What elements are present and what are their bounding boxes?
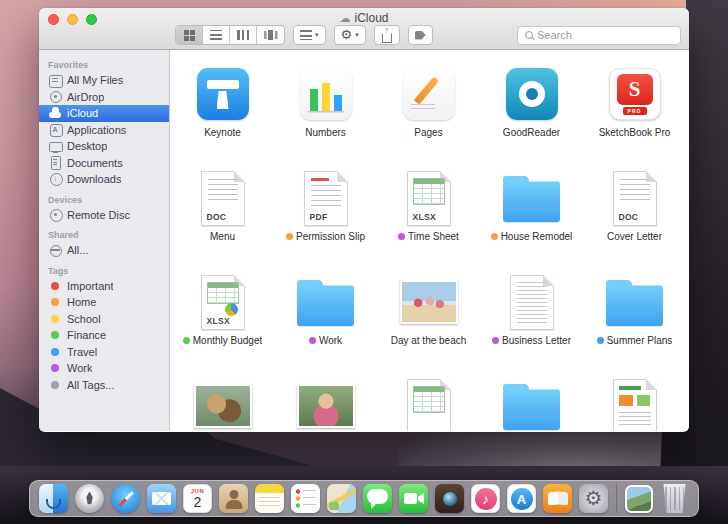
dock-safari-icon[interactable] bbox=[111, 484, 140, 513]
dock-finder-icon[interactable] bbox=[39, 484, 68, 513]
share-button[interactable] bbox=[374, 25, 400, 45]
sidebar-item-desktop[interactable]: Desktop bbox=[39, 138, 169, 155]
sidebar-item-travel[interactable]: Travel bbox=[39, 344, 169, 361]
search-field[interactable]: Search bbox=[517, 26, 681, 45]
gear-icon bbox=[341, 28, 353, 42]
content-area: KeynoteNumbersPagesGoodReaderSketchBook … bbox=[170, 50, 689, 431]
page-preview bbox=[517, 282, 547, 323]
file-label: House Remodel bbox=[491, 231, 573, 242]
list-view-button[interactable] bbox=[203, 26, 230, 44]
tag-dot bbox=[492, 337, 499, 344]
tag-icon bbox=[415, 31, 426, 40]
sidebar-item-important[interactable]: Important bbox=[39, 278, 169, 295]
sidebar-item-finance[interactable]: Finance bbox=[39, 327, 169, 344]
file-cover-letter[interactable]: DOCCover Letter bbox=[583, 154, 686, 258]
file-day-at-the-beach[interactable]: Day at the beach bbox=[377, 258, 480, 362]
file-permission-slip[interactable]: PDFPermission Slip bbox=[274, 154, 377, 258]
dock-trash-icon[interactable] bbox=[660, 484, 689, 513]
file-label-text: Menu bbox=[210, 231, 235, 242]
dock-itunes-icon[interactable] bbox=[471, 484, 500, 513]
file-pages[interactable]: Pages bbox=[377, 50, 480, 154]
sidebar-item-label: Documents bbox=[67, 157, 123, 169]
tag-dot bbox=[309, 337, 316, 344]
file-goodreader[interactable]: GoodReader bbox=[480, 50, 583, 154]
sidebar-item-airdrop[interactable]: AirDrop bbox=[39, 89, 169, 106]
file-icon-area: PDF bbox=[274, 162, 377, 226]
file-item-19[interactable] bbox=[583, 362, 686, 431]
file-item-15[interactable] bbox=[171, 362, 274, 431]
dock-app-store-icon[interactable] bbox=[507, 484, 536, 513]
file-sketchbook-pro[interactable]: SketchBook Pro bbox=[583, 50, 686, 154]
dock-reminders-icon[interactable] bbox=[291, 484, 320, 513]
file-label: Pages bbox=[414, 127, 442, 138]
tag-dot-icon bbox=[48, 345, 62, 358]
search-icon bbox=[525, 31, 533, 39]
dock-contacts-icon[interactable] bbox=[219, 484, 248, 513]
tags-button[interactable] bbox=[408, 25, 433, 45]
search-placeholder: Search bbox=[537, 29, 572, 41]
dock-system-preferences-icon[interactable] bbox=[579, 484, 608, 513]
dock-facetime-icon[interactable] bbox=[399, 484, 428, 513]
dock-messages-icon[interactable] bbox=[363, 484, 392, 513]
file-time-sheet[interactable]: XLSXTime Sheet bbox=[377, 154, 480, 258]
file-monthly-budget[interactable]: XLSXMonthly Budget bbox=[171, 258, 274, 362]
sidebar-section-title: Shared bbox=[39, 223, 169, 242]
file-house-remodel[interactable]: House Remodel bbox=[480, 154, 583, 258]
dock-maps-icon[interactable] bbox=[327, 484, 356, 513]
sidebar-item-documents[interactable]: Documents bbox=[39, 155, 169, 172]
action-button[interactable] bbox=[334, 25, 366, 45]
dock-launchpad-icon[interactable] bbox=[75, 484, 104, 513]
dock-ibooks-icon[interactable] bbox=[543, 484, 572, 513]
sidebar-item-icloud[interactable]: iCloud bbox=[39, 105, 169, 122]
file-item-18[interactable] bbox=[480, 362, 583, 431]
sidebar-item-all-tags[interactable]: All Tags... bbox=[39, 377, 169, 394]
column-view-button[interactable] bbox=[230, 26, 257, 44]
sidebar-item-label: Travel bbox=[67, 346, 97, 358]
sidebar-item-all-my-files[interactable]: All My Files bbox=[39, 72, 169, 89]
file-icon-area bbox=[583, 266, 686, 330]
finder-window: iCloud bbox=[39, 8, 689, 432]
desktop-icon bbox=[48, 140, 62, 153]
file-business-letter[interactable]: Business Letter bbox=[480, 258, 583, 362]
file-keynote[interactable]: Keynote bbox=[171, 50, 274, 154]
file-label: Business Letter bbox=[492, 335, 571, 346]
sidebar-item-applications[interactable]: Applications bbox=[39, 122, 169, 139]
sidebar-item-downloads[interactable]: Downloads bbox=[39, 171, 169, 188]
coverflow-view-icon bbox=[264, 30, 278, 40]
file-label: Time Sheet bbox=[398, 231, 459, 242]
file-label-text: Cover Letter bbox=[607, 231, 662, 242]
file-extension: PDF bbox=[310, 212, 328, 222]
file-menu[interactable]: DOCMenu bbox=[171, 154, 274, 258]
sidebar-item-all[interactable]: All... bbox=[39, 242, 169, 259]
sidebar-item-home[interactable]: Home bbox=[39, 294, 169, 311]
dock-calendar-icon[interactable]: JUN2 bbox=[183, 484, 212, 513]
file-numbers[interactable]: Numbers bbox=[274, 50, 377, 154]
sidebar-item-remote-disc[interactable]: Remote Disc bbox=[39, 207, 169, 224]
dock-photo-booth-icon[interactable] bbox=[435, 484, 464, 513]
file-label: Cover Letter bbox=[607, 231, 662, 242]
icon-view-button[interactable] bbox=[176, 26, 203, 44]
folder-icon bbox=[503, 181, 560, 222]
file-label: SketchBook Pro bbox=[599, 127, 671, 138]
list-view-icon bbox=[210, 30, 222, 40]
dock-mail-icon[interactable] bbox=[147, 484, 176, 513]
dock-notes-icon[interactable] bbox=[255, 484, 284, 513]
share-arrow-icon bbox=[381, 26, 393, 35]
file-summer-plans[interactable]: Summer Plans bbox=[583, 258, 686, 362]
tag-dot-icon bbox=[48, 312, 62, 325]
dock-downloads-icon[interactable] bbox=[625, 485, 653, 513]
arrange-button[interactable] bbox=[293, 25, 326, 45]
coverflow-view-button[interactable] bbox=[257, 26, 284, 44]
file-work[interactable]: Work bbox=[274, 258, 377, 362]
sidebar-item-work[interactable]: Work bbox=[39, 360, 169, 377]
applications-icon bbox=[48, 123, 62, 136]
file-label: Work bbox=[309, 335, 342, 346]
page-preview bbox=[620, 179, 650, 204]
window-title: iCloud bbox=[39, 11, 689, 25]
sidebar-item-school[interactable]: School bbox=[39, 311, 169, 328]
photo-beach-thumbnail bbox=[400, 280, 458, 324]
file-item-17[interactable] bbox=[377, 362, 480, 431]
desktop: iCloud bbox=[0, 0, 728, 524]
page-preview bbox=[619, 385, 651, 427]
file-item-16[interactable] bbox=[274, 362, 377, 431]
